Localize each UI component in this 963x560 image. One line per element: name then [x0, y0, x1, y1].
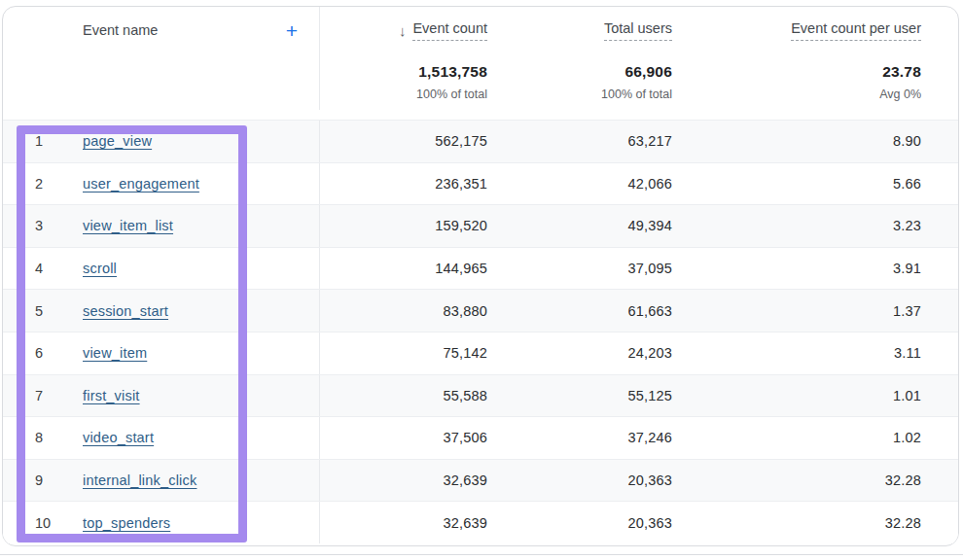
- row-number: 5: [3, 303, 83, 319]
- event-count-column-header[interactable]: ↓ Event count: [399, 20, 487, 41]
- event-count-value: 32,639: [443, 472, 487, 488]
- per-user-value: 3.11: [894, 345, 921, 361]
- event-name-link[interactable]: video_start: [83, 430, 154, 445]
- row-number: 6: [3, 345, 83, 361]
- row-number: 9: [3, 472, 83, 488]
- table-row: 4 scroll 144,965 37,095 3.91: [3, 247, 958, 290]
- table-row: 1 page_view 562,175 63,217 8.90: [3, 120, 958, 162]
- event-name-link[interactable]: first_visit: [83, 388, 140, 403]
- per-user-total: 23.78 Avg 0%: [879, 63, 921, 101]
- event-count-value: 32,639: [443, 515, 487, 531]
- total-users-value: 37,095: [627, 261, 672, 276]
- total-users-value: 42,066: [627, 176, 672, 192]
- per-user-value: 1.37: [893, 303, 921, 319]
- total-users-total: 66,906 100% of total: [601, 63, 672, 101]
- event-count-value: 37,506: [443, 430, 487, 445]
- event-count-per-user-column-header[interactable]: Event count per user: [791, 20, 921, 41]
- plus-icon: +: [286, 19, 298, 42]
- events-report-card: Event name + ↓ Event count Total users E…: [2, 6, 959, 546]
- total-users-value: 63,217: [627, 133, 672, 149]
- table-row: 5 session_start 83,880 61,663 1.37: [3, 289, 958, 332]
- event-name-link[interactable]: view_item: [83, 345, 147, 361]
- row-number: 3: [3, 218, 83, 233]
- table-body: 1 page_view 562,175 63,217 8.90 2 user_e…: [3, 120, 958, 543]
- per-user-value: 5.66: [893, 176, 921, 192]
- dimension-header-cell: Event name +: [3, 7, 320, 53]
- event-count-total: 1,513,758 100% of total: [416, 63, 487, 101]
- total-users-total-subtext: 100% of total: [601, 88, 672, 101]
- sort-descending-icon: ↓: [399, 22, 407, 39]
- total-users-total-value: 66,906: [624, 63, 672, 81]
- per-user-value: 3.23: [893, 218, 921, 233]
- event-name-link[interactable]: page_view: [83, 133, 152, 149]
- totals-row: 1,513,758 100% of total 66,906 100% of t…: [3, 53, 958, 120]
- row-number: 8: [3, 430, 83, 445]
- event-count-value: 75,142: [443, 345, 487, 361]
- per-user-total-value: 23.78: [882, 63, 921, 81]
- total-users-header-label: Total users: [604, 20, 672, 41]
- event-name-link[interactable]: session_start: [83, 303, 168, 319]
- total-users-value: 61,663: [627, 303, 672, 319]
- event-name-link[interactable]: view_item_list: [83, 218, 173, 233]
- totals-dimension-cell: [3, 53, 320, 110]
- total-users-value: 20,363: [627, 515, 672, 531]
- event-count-value: 55,588: [443, 388, 487, 403]
- event-count-total-value: 1,513,758: [418, 63, 487, 81]
- event-count-header-label: Event count: [412, 20, 487, 41]
- page-bottom-divider: [0, 554, 963, 555]
- per-user-value: 1.01: [893, 388, 921, 403]
- event-name-link[interactable]: top_spenders: [83, 515, 170, 531]
- per-user-value: 8.90: [893, 133, 921, 149]
- row-number: 4: [3, 261, 83, 276]
- table-row: 9 internal_link_click 32,639 20,363 32.2…: [3, 459, 958, 502]
- table-header-row: Event name + ↓ Event count Total users E…: [3, 7, 958, 53]
- event-count-value: 562,175: [435, 133, 487, 149]
- event-name-link[interactable]: internal_link_click: [83, 472, 196, 488]
- total-users-column-header[interactable]: Total users: [604, 20, 672, 41]
- total-users-value: 20,363: [627, 472, 672, 488]
- table-row: 6 view_item 75,142 24,203 3.11: [3, 332, 958, 374]
- row-number: 7: [3, 388, 83, 403]
- event-count-header-cell: ↓ Event count: [320, 7, 487, 53]
- per-user-value: 1.02: [893, 430, 921, 445]
- add-dimension-button[interactable]: +: [286, 20, 298, 41]
- total-users-header-cell: Total users: [487, 7, 672, 53]
- table-row: 7 first_visit 55,588 55,125 1.01: [3, 374, 958, 417]
- event-name-link[interactable]: user_engagement: [83, 176, 199, 192]
- event-count-value: 83,880: [443, 303, 487, 319]
- event-count-per-user-header-label: Event count per user: [791, 20, 921, 41]
- event-count-value: 236,351: [435, 176, 487, 192]
- per-user-value: 32.28: [885, 515, 921, 531]
- table-row: 10 top_spenders 32,639 20,363 32.28: [3, 501, 958, 543]
- per-user-value: 32.28: [885, 472, 921, 488]
- row-number: 2: [3, 176, 83, 192]
- per-user-value: 3.91: [893, 261, 921, 276]
- event-count-value: 144,965: [435, 261, 487, 276]
- total-users-value: 55,125: [627, 388, 672, 403]
- event-count-total-subtext: 100% of total: [416, 88, 487, 101]
- per-user-header-cell: Event count per user: [672, 7, 921, 53]
- table-row: 2 user_engagement 236,351 42,066 5.66: [3, 162, 958, 205]
- per-user-total-subtext: Avg 0%: [879, 88, 921, 101]
- total-users-value: 37,246: [627, 430, 672, 445]
- event-name-link[interactable]: scroll: [83, 261, 117, 276]
- total-users-value: 49,394: [627, 218, 672, 233]
- row-number: 10: [3, 515, 83, 531]
- row-number: 1: [3, 133, 83, 149]
- table-row: 3 view_item_list 159,520 49,394 3.23: [3, 204, 958, 247]
- total-users-value: 24,203: [627, 345, 672, 361]
- event-count-value: 159,520: [435, 218, 487, 233]
- event-name-column-header: Event name: [3, 22, 158, 38]
- table-row: 8 video_start 37,506 37,246 1.02: [3, 416, 958, 459]
